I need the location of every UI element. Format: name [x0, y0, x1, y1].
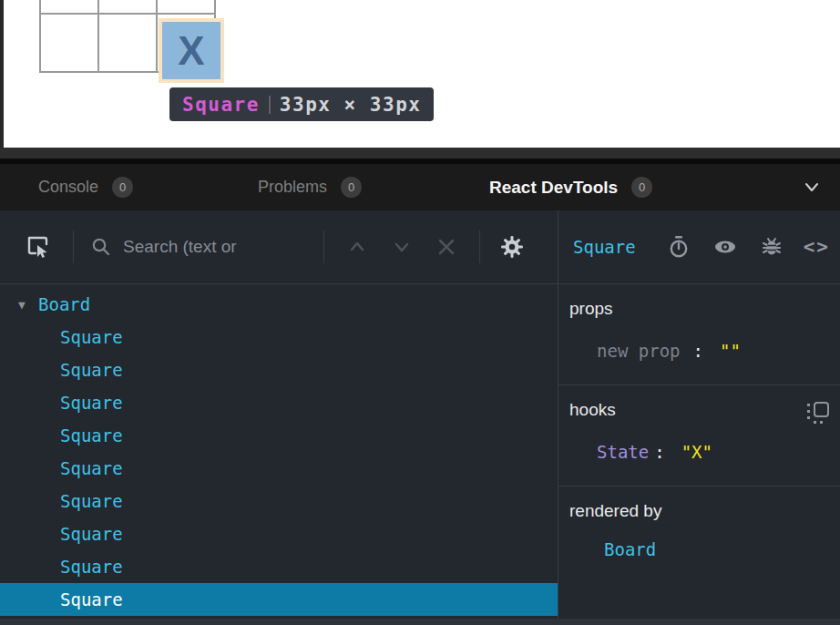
tree-row-square-selected[interactable]: Square: [0, 583, 558, 616]
parse-hook-names-icon[interactable]: [807, 402, 829, 424]
board-cell[interactable]: [98, 0, 157, 14]
search-icon: [90, 236, 112, 258]
prop-value[interactable]: "": [720, 341, 741, 361]
hooks-section-title: hooks: [569, 400, 829, 420]
elements-toolbar: [0, 210, 558, 283]
component-name: Square: [60, 589, 123, 610]
dock-separator: [0, 148, 840, 159]
hook-key: State: [597, 442, 649, 462]
component-name: Board: [38, 294, 90, 314]
prop-separator: :: [693, 341, 703, 361]
tree-row-square[interactable]: Square: [0, 452, 558, 485]
hooks-section: hooks State : "X": [558, 385, 840, 487]
hook-separator: :: [654, 442, 664, 462]
tree-row-square[interactable]: Square: [0, 485, 558, 517]
hook-value[interactable]: "X": [681, 442, 712, 462]
eye-icon[interactable]: [712, 234, 738, 260]
highlighted-square-cell[interactable]: X: [162, 22, 220, 79]
tab-react-devtools-label: React DevTools: [489, 178, 618, 198]
board-cell[interactable]: [40, 14, 98, 72]
tree-row-square[interactable]: Square: [0, 517, 558, 550]
bottom-scrollbar-track[interactable]: [0, 619, 840, 625]
tab-console-badge: 0: [112, 177, 133, 198]
tooltip-dimensions: 33px × 33px: [280, 94, 422, 116]
page-left-border: [0, 0, 4, 148]
tree-row-square[interactable]: Square: [0, 353, 558, 386]
expand-arrow-icon[interactable]: ▼: [18, 298, 38, 312]
tab-react-devtools[interactable]: React DevTools 0: [489, 164, 652, 210]
toolbar-divider: [479, 231, 480, 263]
devtools-toolbar: Square: [0, 210, 840, 284]
board-cell[interactable]: [157, 0, 215, 14]
browser-devtools-window: X Square 33px × 33px Console 0 Problems …: [0, 0, 840, 625]
chevron-down-icon[interactable]: [391, 236, 413, 258]
board-row: [40, 0, 215, 14]
board-cell[interactable]: [40, 0, 98, 14]
tab-problems-label: Problems: [258, 178, 327, 197]
tab-console-label: Console: [38, 178, 98, 197]
tooltip-divider: [269, 96, 271, 114]
tab-problems[interactable]: Problems 0: [258, 164, 362, 210]
tree-row-board[interactable]: ▼ Board: [0, 288, 558, 321]
component-tree: ▼ Board Square Square Square Square Squa…: [0, 284, 558, 619]
toolbar-divider: [73, 231, 74, 263]
inspect-highlight-overlay: X: [159, 18, 224, 83]
inspected-component-toolbar: Square: [558, 210, 840, 283]
stopwatch-icon[interactable]: [667, 235, 691, 259]
toolbar-divider: [323, 231, 324, 263]
tooltip-component-name: Square: [182, 94, 260, 116]
component-name: Square: [60, 458, 123, 478]
page-viewport: X Square 33px × 33px: [0, 0, 840, 148]
tab-react-devtools-badge: 0: [631, 177, 652, 198]
rendered-by-section: rendered by Board: [558, 487, 840, 583]
chevron-down-icon[interactable]: [802, 177, 822, 200]
chevron-up-icon[interactable]: [346, 236, 368, 258]
prop-row: new prop : "": [597, 341, 829, 361]
component-inspector: props new prop : "" hooks State: [558, 284, 840, 619]
selected-component-name: Square: [573, 237, 636, 257]
tree-row-square[interactable]: Square: [0, 550, 558, 583]
square-value: X: [178, 28, 204, 74]
bug-icon[interactable]: [760, 235, 784, 259]
devtools-tabbar: Console 0 Problems 0 React DevTools 0: [0, 164, 840, 210]
dashed-dots: [807, 404, 810, 406]
component-name: Square: [60, 491, 123, 511]
gear-icon[interactable]: [500, 235, 524, 259]
props-section-title: props: [569, 299, 829, 319]
tree-row-square[interactable]: Square: [0, 419, 558, 452]
component-name: Square: [60, 524, 123, 544]
inspect-tooltip: Square 33px × 33px: [169, 87, 434, 121]
tab-problems-badge: 0: [341, 177, 362, 198]
tree-row-square[interactable]: Square: [0, 386, 558, 419]
view-source-code-icon[interactable]: <>: [804, 236, 830, 258]
react-devtools-panel: Square: [0, 210, 840, 625]
component-name: Square: [60, 360, 123, 380]
tab-console[interactable]: Console 0: [38, 164, 133, 210]
component-name: Square: [60, 393, 123, 413]
rendered-by-owner-link[interactable]: Board: [604, 539, 829, 559]
hook-row: State : "X": [597, 442, 829, 462]
devtools-body: ▼ Board Square Square Square Square Squa…: [0, 284, 840, 619]
rendered-by-title: rendered by: [569, 501, 829, 521]
square-outline: [814, 402, 829, 417]
tree-row-square[interactable]: Square: [0, 321, 558, 353]
close-icon[interactable]: [435, 236, 457, 258]
component-name: Square: [60, 425, 123, 446]
component-name: Square: [60, 557, 123, 577]
prop-key[interactable]: new prop: [597, 341, 681, 361]
search-input[interactable]: [123, 237, 316, 257]
board-cell[interactable]: [98, 14, 157, 72]
props-section: props new prop : "": [558, 284, 840, 385]
inspect-element-icon[interactable]: [26, 234, 51, 260]
component-name: Square: [60, 327, 123, 347]
